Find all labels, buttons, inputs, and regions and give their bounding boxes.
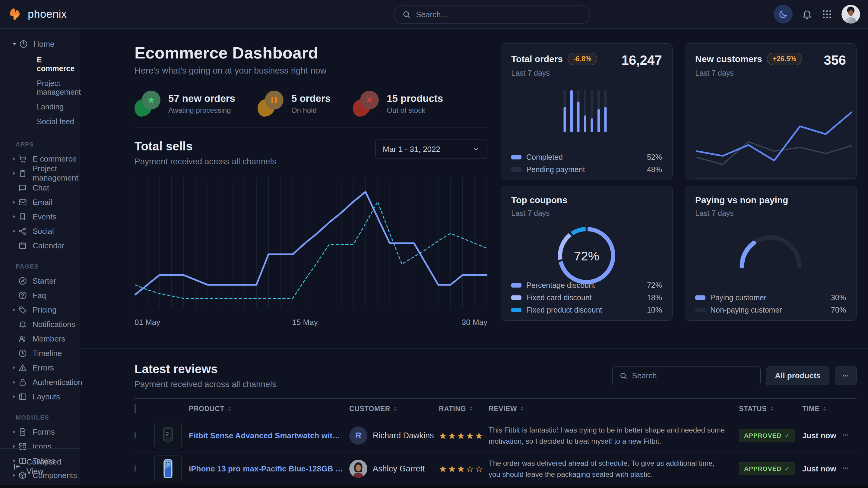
user-avatar[interactable] — [841, 5, 860, 24]
caret-right-icon — [13, 308, 16, 312]
legend-item-percentage-discount: Percentage discount 72% — [511, 279, 662, 291]
product-link[interactable]: Fitbit Sense Advanced Smartwatch with To… — [189, 431, 344, 441]
theme-toggle-button[interactable] — [774, 5, 793, 24]
search-icon — [402, 10, 411, 19]
sidebar-item-faq[interactable]: Faq — [0, 288, 80, 303]
sidebar-item-starter[interactable]: Starter — [0, 274, 80, 288]
chevron-down-icon — [472, 145, 480, 153]
row-more-button[interactable] — [841, 431, 849, 440]
caret-right-icon — [13, 430, 16, 434]
calendar-icon — [18, 241, 28, 251]
select-all-header — [134, 398, 154, 419]
warning-icon — [18, 363, 28, 372]
reviews-search-input[interactable] — [632, 371, 754, 380]
row-more-button[interactable] — [841, 464, 849, 473]
legend-item-fixed-product-discount: Fixed product discount 10% — [511, 304, 662, 316]
column-header-product[interactable]: PRODUCT — [154, 398, 344, 419]
card-title: Top coupons — [511, 195, 567, 205]
navbar-search[interactable] — [394, 5, 590, 24]
sidebar-item-authentication[interactable]: Authentication — [0, 375, 80, 389]
navbar-search-input[interactable] — [416, 10, 582, 19]
column-header-time[interactable]: TIME — [802, 398, 841, 419]
coupons-donut-chart: 72% — [558, 227, 616, 286]
sidebar-item-events[interactable]: Events — [0, 209, 80, 224]
sidebar-item-timeline[interactable]: Timeline — [0, 346, 80, 360]
donut-center-label: 72% — [558, 227, 616, 286]
all-products-button[interactable]: All products — [766, 366, 829, 385]
sidebar-section-label-modules: MODULES — [16, 414, 80, 421]
column-header-rating[interactable]: RATING — [439, 398, 489, 419]
user-avatar-image — [841, 5, 860, 24]
chat-icon — [18, 183, 28, 193]
sidebar-item-forms[interactable]: Forms — [0, 425, 80, 439]
reviews-search[interactable] — [612, 366, 761, 385]
page-title: Ecommerce Dashboard — [134, 43, 487, 62]
sidebar-item-notifications[interactable]: Notifications — [0, 317, 80, 331]
caret-right-icon — [13, 171, 16, 175]
bottom-scrollbar-strip[interactable] — [0, 485, 868, 488]
sidebar-item-layouts[interactable]: Layouts — [0, 389, 80, 404]
stat-caption: Out of stock — [386, 106, 443, 115]
column-header-status[interactable]: STATUS — [739, 398, 802, 419]
column-header-customer[interactable]: CUSTOMER — [344, 398, 439, 419]
sidebar-item-errors[interactable]: Errors — [0, 360, 80, 375]
brand-logo[interactable]: phoenix — [9, 7, 67, 22]
latest-reviews-subtitle: Payment received across all channels — [134, 380, 276, 389]
latest-reviews-header: Latest reviews Payment received across a… — [134, 362, 857, 389]
sidebar-section-label-apps: APPS — [16, 141, 80, 148]
sidebar-subitem-e-commerce[interactable]: E commerce — [0, 53, 80, 76]
stat-out-of-stock: ✕ 15 products Out of stock — [353, 91, 443, 117]
bookmark-icon — [18, 212, 28, 222]
mail-icon — [18, 197, 28, 207]
reviews-table: PRODUCT CUSTOMER RATING REVIEW STATUS TI… — [134, 398, 857, 488]
product-link[interactable]: iPhone 13 pro max-Pacific Blue-128GB sto… — [189, 464, 344, 474]
select-all-checkbox[interactable] — [134, 404, 136, 413]
top-coupons-card: Top coupons Last 7 days 72% Percentage d… — [501, 186, 673, 321]
sidebar-item-chat[interactable]: Chat — [0, 181, 80, 195]
customer-name: Ashley Garrett — [373, 464, 425, 474]
clock-icon — [18, 349, 28, 358]
tag-icon — [18, 305, 28, 315]
caret-right-icon — [13, 215, 16, 219]
sidebar-item-members[interactable]: Members — [0, 331, 80, 346]
sidebar-item-pricing[interactable]: Pricing — [0, 303, 80, 317]
ellipsis-icon — [841, 372, 850, 380]
more-options-button[interactable] — [835, 366, 857, 385]
axis-label: 01 May — [134, 318, 160, 327]
sidebar-item-calendar[interactable]: Calendar — [0, 238, 80, 253]
top-navbar: phoenix — [0, 0, 868, 29]
notifications-button[interactable] — [802, 9, 812, 20]
legend-item-fixed-card-discount: Fixed card discount 18% — [511, 291, 662, 304]
row-checkbox[interactable] — [134, 432, 136, 438]
new-customers-chart — [695, 90, 853, 180]
row-checkbox[interactable] — [134, 465, 136, 472]
ecommerce-dashboard-page: phoenix HomeE commerceProject manag — [0, 0, 868, 488]
sidebar-item-project-management[interactable]: Project management — [0, 166, 80, 181]
sidebar-subitem-landing[interactable]: Landing — [0, 99, 80, 114]
apps-grid-button[interactable] — [822, 9, 832, 20]
bell-icon — [18, 320, 28, 329]
collapsed-view-toggle[interactable]: Collapsed View — [0, 448, 80, 484]
stat-on-hold: 5 orders On hold — [257, 91, 331, 117]
sidebar-item-social[interactable]: Social — [0, 224, 80, 238]
caret-right-icon — [13, 229, 16, 233]
compass-icon — [18, 276, 28, 286]
apps-grid-icon — [822, 9, 832, 20]
review-text: This Fitbit is fantastic! I was trying t… — [489, 424, 739, 447]
sidebar-item-email[interactable]: Email — [0, 195, 80, 209]
legend-item-non-paying-customer: Non-paying customer 70% — [695, 304, 846, 316]
caret-right-icon — [13, 366, 16, 369]
question-circle-icon — [18, 291, 28, 300]
sidebar-subitem-project-management[interactable]: Project management — [0, 76, 80, 99]
axis-label: 30 May — [462, 318, 487, 327]
sidebar-item-home[interactable]: Home — [0, 37, 80, 51]
sidebar-subitem-social-feed[interactable]: Social feed — [0, 114, 80, 129]
orders-bar-chart — [562, 90, 611, 132]
dashboard-left-column: Ecommerce Dashboard Here's what's going … — [134, 43, 487, 349]
card-value: 356 — [824, 53, 846, 68]
stat-caption: On hold — [291, 106, 331, 115]
sidebar: HomeE commerceProject managementLandingS… — [0, 29, 80, 488]
phoenix-flame-icon — [9, 7, 24, 22]
date-range-select[interactable]: Mar 1 - 31, 2022 — [375, 139, 487, 159]
column-header-review[interactable]: REVIEW — [489, 398, 739, 419]
